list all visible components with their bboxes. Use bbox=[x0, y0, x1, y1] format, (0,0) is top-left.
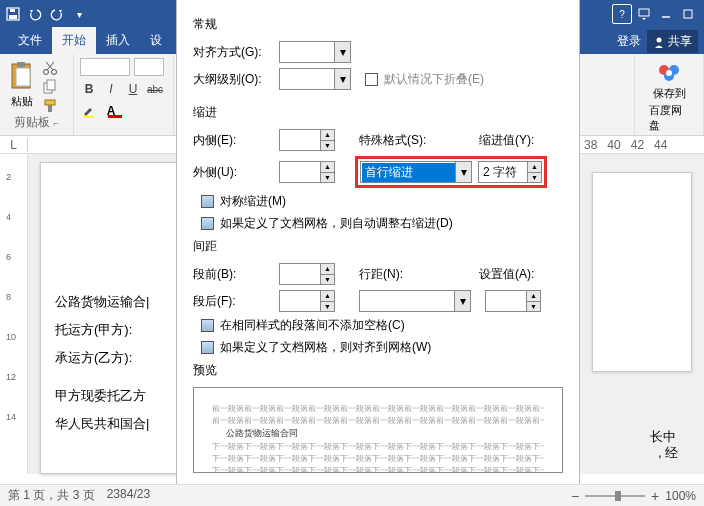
svg-line-12 bbox=[47, 62, 54, 70]
zoom-out-button[interactable]: − bbox=[571, 488, 579, 504]
grid-align-checkbox[interactable] bbox=[201, 341, 214, 354]
indent-value-spinner[interactable]: 2 字符 ▲▼ bbox=[478, 161, 542, 183]
tab-file[interactable]: 文件 bbox=[8, 27, 52, 54]
bold-button[interactable]: B bbox=[80, 80, 98, 98]
ruler-tick: 44 bbox=[654, 138, 667, 152]
tab-insert[interactable]: 插入 bbox=[96, 27, 140, 54]
vruler-tick: 8 bbox=[6, 292, 11, 302]
doc-line: 华人民共和国合| bbox=[55, 415, 175, 433]
minimize-icon[interactable] bbox=[656, 4, 676, 24]
ruler-tick: 40 bbox=[607, 138, 620, 152]
vruler-tick: 6 bbox=[6, 252, 11, 262]
font-name-box[interactable] bbox=[80, 58, 130, 76]
italic-button[interactable]: I bbox=[102, 80, 120, 98]
label-collapse: 默认情况下折叠(E) bbox=[384, 71, 484, 88]
svg-line-13 bbox=[46, 62, 53, 70]
svg-rect-5 bbox=[684, 10, 692, 18]
highlight-button[interactable] bbox=[80, 102, 98, 120]
paragraph-dialog: 常规 对齐方式(G): ▾ 大纲级别(O): ▾ 默认情况下折叠(E) 缩进 内… bbox=[176, 0, 580, 506]
outline-dropdown[interactable]: ▾ bbox=[279, 68, 351, 90]
label-mirror: 对称缩进(M) bbox=[220, 193, 286, 210]
clipboard-icon bbox=[8, 60, 36, 92]
svg-point-10 bbox=[44, 70, 49, 75]
right-ribbon: 保存到 百度网盘 保存 bbox=[580, 54, 704, 136]
chevron-down-icon: ▾ bbox=[455, 162, 471, 182]
svg-rect-9 bbox=[17, 62, 25, 67]
ribbon-options-icon[interactable] bbox=[634, 4, 654, 24]
label-grid-indent: 如果定义了文档网格，则自动调整右缩进(D) bbox=[220, 215, 453, 232]
special-format-dropdown[interactable]: 首行缩进 ▾ bbox=[360, 161, 472, 183]
svg-rect-16 bbox=[45, 100, 55, 105]
ruler-left-tab[interactable]: L bbox=[0, 138, 28, 152]
preview-line: 下一段落下一段落下一段落下一段落下一段落下一段落下一段落下一段落下一段落下一段落… bbox=[212, 465, 544, 473]
before-spinner[interactable]: ▲▼ bbox=[279, 263, 335, 285]
indent-value: 2 字符 bbox=[483, 164, 517, 181]
qat-dropdown-icon[interactable]: ▾ bbox=[72, 7, 86, 21]
doc-line: 甲方现委托乙方 bbox=[55, 387, 175, 405]
align-dropdown[interactable]: ▾ bbox=[279, 41, 351, 63]
chevron-down-icon: ▾ bbox=[334, 69, 350, 89]
paste-label: 粘贴 bbox=[11, 94, 33, 109]
vruler-tick: 14 bbox=[6, 412, 16, 422]
format-painter-icon[interactable] bbox=[42, 98, 58, 114]
after-spinner[interactable]: ▲▼ bbox=[279, 290, 335, 312]
copy-icon[interactable] bbox=[42, 79, 58, 95]
zoom-controls: − + 100% bbox=[571, 488, 696, 504]
save-cloud-button[interactable]: 保存到 百度网盘 bbox=[641, 58, 697, 137]
svg-rect-15 bbox=[47, 80, 55, 90]
font-size-box[interactable] bbox=[134, 58, 164, 76]
ribbon-right: 登录 共享 bbox=[617, 30, 698, 53]
ruler-tick: 38 bbox=[584, 138, 597, 152]
cut-icon[interactable] bbox=[42, 60, 58, 76]
strike-button[interactable]: abc bbox=[146, 80, 164, 98]
status-page[interactable]: 第 1 页，共 3 页 bbox=[8, 487, 95, 504]
doc-line: 公路货物运输合| bbox=[55, 293, 175, 311]
section-spacing: 间距 bbox=[193, 238, 563, 255]
zoom-slider[interactable] bbox=[585, 495, 645, 497]
mirror-indent-checkbox[interactable] bbox=[201, 195, 214, 208]
svg-rect-18 bbox=[84, 116, 94, 118]
redo-icon[interactable] bbox=[50, 7, 64, 21]
maximize-icon[interactable] bbox=[678, 4, 698, 24]
section-preview: 预览 bbox=[193, 362, 563, 379]
chevron-down-icon: ▾ bbox=[334, 42, 350, 62]
tab-design[interactable]: 设 bbox=[140, 27, 172, 54]
zoom-in-button[interactable]: + bbox=[651, 488, 659, 504]
undo-icon[interactable] bbox=[28, 7, 42, 21]
vertical-ruler[interactable]: 2 4 6 8 10 12 14 bbox=[0, 154, 28, 474]
svg-rect-8 bbox=[16, 68, 30, 86]
doc-line: 托运方(甲方): bbox=[55, 321, 175, 339]
label-align: 对齐方式(G): bbox=[193, 44, 273, 61]
paste-button[interactable]: 粘贴 bbox=[6, 58, 38, 114]
outside-spinner[interactable]: ▲▼ bbox=[279, 161, 335, 183]
underline-button[interactable]: U bbox=[124, 80, 142, 98]
status-bar: 第 1 页，共 3 页 2384/23 − + 100% bbox=[0, 484, 704, 506]
label-set-at: 设置值(A): bbox=[479, 266, 534, 283]
label-grid-align: 如果定义了文档网格，则对齐到网格(W) bbox=[220, 339, 431, 356]
label-after: 段后(F): bbox=[193, 293, 273, 310]
document-page[interactable]: 公路货物运输合| 托运方(甲方): 承运方(乙方): 甲方现委托乙方 华人民共和… bbox=[40, 162, 190, 474]
svg-rect-3 bbox=[639, 9, 649, 16]
zoom-level[interactable]: 100% bbox=[665, 489, 696, 503]
tab-home[interactable]: 开始 bbox=[52, 27, 96, 54]
section-general: 常规 bbox=[193, 16, 563, 33]
font-group: B I U abc A bbox=[74, 54, 174, 135]
status-words[interactable]: 2384/23 bbox=[107, 487, 150, 504]
no-space-checkbox[interactable] bbox=[201, 319, 214, 332]
line-spacing-dropdown[interactable]: ▾ bbox=[359, 290, 471, 312]
vruler-tick: 2 bbox=[6, 172, 11, 182]
save-icon[interactable] bbox=[6, 7, 20, 21]
grid-indent-checkbox[interactable] bbox=[201, 217, 214, 230]
vruler-tick: 4 bbox=[6, 212, 11, 222]
share-button[interactable]: 共享 bbox=[647, 30, 698, 53]
set-at-spinner[interactable]: ▲▼ bbox=[485, 290, 541, 312]
save-cloud-group: 保存到 百度网盘 保存 bbox=[634, 54, 704, 135]
inside-spinner[interactable]: ▲▼ bbox=[279, 129, 335, 151]
collapse-checkbox[interactable] bbox=[365, 73, 378, 86]
label-special: 特殊格式(S): bbox=[359, 132, 431, 149]
save-cloud-label2: 百度网盘 bbox=[649, 103, 689, 133]
svg-rect-17 bbox=[48, 105, 52, 112]
preview-line: 下一段落下一段落下一段落下一段落下一段落下一段落下一段落下一段落下一段落下一段落… bbox=[212, 441, 544, 452]
help-icon[interactable]: ? bbox=[612, 4, 632, 24]
login-link[interactable]: 登录 bbox=[617, 33, 641, 50]
